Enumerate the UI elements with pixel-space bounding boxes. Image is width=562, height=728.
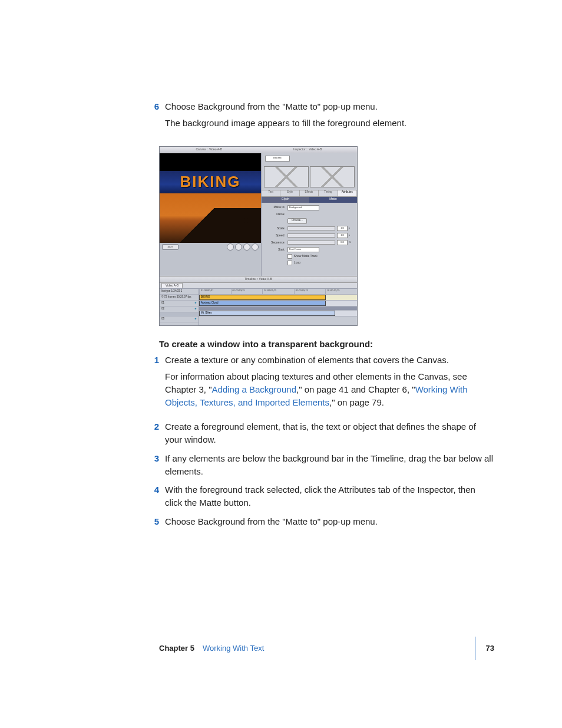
windows-row: BIKING 100% (160, 153, 357, 276)
chapter-name: Working With Text (203, 643, 264, 654)
track-1[interactable]: BIKING (199, 295, 357, 301)
track-header-3[interactable]: 03◦▸ (160, 317, 199, 322)
step-number: 4 (146, 483, 165, 509)
clip-cloud[interactable]: Abstract Cloud (199, 301, 326, 306)
background-bar[interactable] (199, 307, 357, 311)
subhdr-matte[interactable]: Matte (309, 197, 357, 203)
step-1: 1 Create a texture or any combination of… (159, 354, 494, 417)
scale-value[interactable]: 1.0 (337, 226, 348, 231)
loop-label: Loop (294, 261, 300, 265)
step-4: 4 With the foreground track selected, cl… (159, 483, 494, 509)
show-matte-label: Show Matte Track (294, 254, 318, 258)
proj-info-1: livetype 1/24/03 2 (160, 289, 199, 295)
step-body: If any elements are below the background… (165, 452, 494, 478)
step-body: Choose Background from the "Matte to" po… (165, 515, 494, 528)
loop-checkbox[interactable] (287, 261, 292, 265)
step-3: 3 If any elements are below the backgrou… (159, 452, 494, 478)
timeline-tracks: 01:00:00;0101:00:03;2501:00:06;2501:00:0… (199, 289, 357, 325)
step-number: 1 (146, 354, 165, 417)
transport-play-icon[interactable] (235, 243, 242, 251)
keyframe-icon: ◦▸ (194, 317, 197, 321)
keyframe-icon: ◦▸ (194, 307, 197, 311)
matte-panel: Matte to: Background Name: Choose... Sca… (262, 203, 357, 268)
matte-to-popup[interactable]: Background (287, 205, 319, 210)
timeline-track-headers: livetype 1/24/03 2 © 72 frames 30/29.97 … (160, 289, 199, 325)
matte-to-label: Matte to: (265, 205, 287, 209)
proj-info-2: © 72 frames 30/29.97 fps (160, 295, 199, 301)
inspector-subheaders: Glyph Matte (262, 197, 357, 203)
subhdr-glyph[interactable]: Glyph (262, 197, 309, 203)
tab-effects[interactable]: Effects (300, 190, 319, 196)
step-body: Create a texture or any combination of e… (165, 354, 494, 417)
inspector-name-row: BIKING (262, 153, 357, 164)
thumb-2 (310, 166, 355, 187)
tab-text[interactable]: Text (262, 190, 280, 196)
biker-icon (244, 218, 248, 223)
page: 6 Choose Background from the "Matte to" … (0, 0, 562, 728)
sequence-value[interactable]: 0.0 (337, 240, 348, 245)
step-number: 3 (146, 452, 165, 478)
sequence-slider[interactable] (287, 241, 335, 245)
step-6: 6 Choose Background from the "Matte to" … (159, 100, 494, 138)
chapter-label: Chapter 5 (159, 643, 194, 654)
step-number: 2 (146, 420, 165, 446)
clip-biking[interactable]: BIKING (199, 295, 326, 300)
scale-slider[interactable] (287, 226, 335, 230)
transport-prev-icon[interactable] (227, 243, 234, 251)
canvas-footer: 100% (160, 243, 261, 276)
canvas-toolbar: 100% (160, 243, 261, 251)
inspector-thumbnails (262, 164, 357, 190)
transport-next-icon[interactable] (243, 243, 250, 251)
clip-bikes[interactable]: Mt. Bikes (199, 311, 335, 316)
speed-value[interactable]: 1.0 (337, 233, 348, 238)
inspector-name-field[interactable]: BIKING (265, 156, 290, 162)
screenshot: Canvas :: Video A-B Inspector :: Video A… (159, 146, 358, 326)
page-number: 73 (486, 643, 494, 654)
track-3[interactable]: Mt. Bikes (199, 311, 357, 317)
track-header-2[interactable]: 02◦▸ (160, 307, 199, 312)
link-adding-background[interactable]: Adding a Background (212, 384, 296, 394)
speed-slider[interactable] (287, 233, 335, 238)
track-divider (160, 312, 199, 317)
window-titlebar: Canvas :: Video A-B Inspector :: Video A… (160, 147, 357, 153)
keyframe-icon: ◦▸ (194, 301, 197, 305)
transport-controls (227, 243, 259, 251)
step-text: Choose Background from the "Matte to" po… (165, 100, 494, 113)
transport-loop-icon[interactable] (252, 243, 259, 251)
zoom-chip[interactable]: 100% (162, 244, 178, 250)
step-body: With the foreground track selected, clic… (165, 483, 494, 509)
sequence-label: Sequence: (265, 241, 287, 245)
timeline-tab[interactable]: Video A-B (161, 283, 183, 288)
step-extra: For information about placing textures a… (165, 370, 494, 409)
step-2: 2 Create a foreground element, that is, … (159, 420, 494, 446)
step-number: 5 (146, 515, 165, 528)
page-footer: Chapter 5 Working With Text 73 (0, 637, 562, 660)
choose-button[interactable]: Choose... (287, 218, 307, 224)
inspector-window-title: Inspector :: Video A-B (259, 147, 358, 151)
section-heading: To create a window into a transparent ba… (159, 338, 494, 351)
start-select[interactable]: First Frame (287, 247, 319, 252)
scale-label: Scale: (265, 226, 287, 230)
step-body: Choose Background from the "Matte to" po… (165, 100, 494, 138)
timeline: livetype 1/24/03 2 © 72 frames 30/29.97 … (160, 288, 357, 325)
name-label: Name: (265, 212, 287, 216)
canvas-title-text: BIKING (160, 171, 261, 193)
canvas-photo (160, 193, 261, 243)
inspector-tabs: Text Style Effects Timing Attributes (262, 190, 357, 197)
timeline-tabbar: Video A-B (160, 282, 357, 288)
timeline-title: Timeline :: Video A-B (160, 276, 357, 282)
timeline-ruler[interactable]: 01:00:00;0101:00:03;2501:00:06;2501:00:0… (199, 289, 357, 295)
track-2[interactable]: Abstract Cloud (199, 301, 357, 307)
speed-label: Speed: (265, 233, 287, 238)
canvas-window-title: Canvas :: Video A-B (160, 147, 259, 151)
tab-timing[interactable]: Timing (319, 190, 338, 196)
show-matte-checkbox[interactable] (287, 254, 292, 259)
footer-divider (475, 637, 475, 660)
step-text: Create a texture or any combination of e… (165, 354, 494, 367)
timeline-footer (199, 317, 357, 325)
tab-style[interactable]: Style (280, 190, 299, 196)
canvas-black-top (160, 153, 261, 171)
step-5: 5 Choose Background from the "Matte to" … (159, 515, 494, 528)
track-header-1[interactable]: 01◦▸ (160, 301, 199, 307)
tab-attributes[interactable]: Attributes (338, 190, 357, 196)
